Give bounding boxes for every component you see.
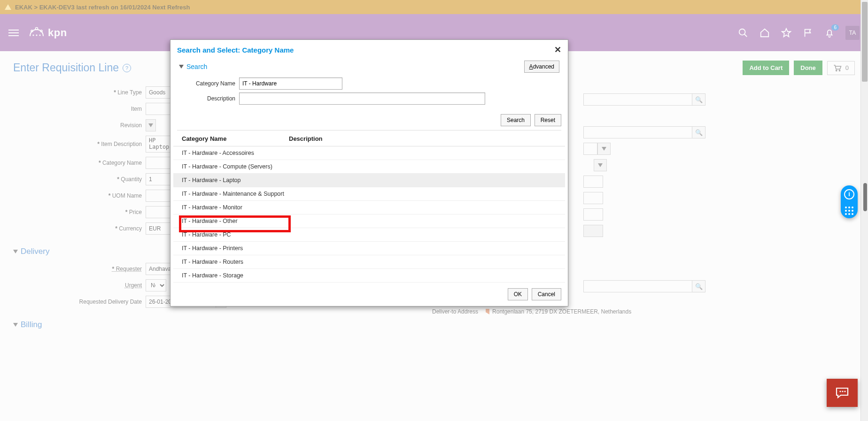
reset-button[interactable]: Reset (535, 114, 561, 126)
svg-point-12 (844, 390, 845, 392)
svg-point-10 (839, 390, 841, 392)
col-description: Description (289, 135, 323, 142)
close-icon[interactable]: ✕ (554, 45, 561, 55)
result-row[interactable]: IT - Hardware - Monitor (173, 201, 565, 214)
result-row[interactable]: IT - Hardware - PC (173, 228, 565, 242)
result-cat: IT - Hardware - Compute (Servers) (182, 163, 289, 170)
info-icon: i (844, 189, 854, 199)
inner-scroll-thumb[interactable] (863, 183, 867, 211)
result-row[interactable]: IT - Hardware - Compute (Servers) (173, 160, 565, 174)
result-row[interactable]: IT - Hardware - Storage (173, 269, 565, 283)
filter-label-description: Description (179, 95, 239, 102)
scrollbar-thumb[interactable] (862, 2, 868, 82)
search-section-label[interactable]: Search (186, 63, 207, 70)
chat-icon (835, 387, 849, 399)
cancel-button[interactable]: Cancel (532, 288, 561, 300)
result-row[interactable]: IT - Hardware - Routers (173, 255, 565, 269)
results-grid: IT - Hardware - AccessoiresIT - Hardware… (173, 146, 565, 283)
result-cat: IT - Hardware - Other (182, 218, 289, 224)
filter-description-input[interactable] (239, 92, 485, 105)
result-row[interactable]: IT - Hardware - Laptop (173, 174, 565, 187)
result-cat: IT - Hardware - PC (182, 231, 289, 238)
result-row[interactable]: IT - Hardware - Maintenance & Support (173, 187, 565, 201)
results-header: Category Name Description (173, 130, 565, 146)
help-fab[interactable]: i (841, 185, 858, 218)
search-select-dialog: Search and Select: Category Name ✕ Searc… (170, 39, 568, 306)
result-cat: IT - Hardware - Maintenance & Support (182, 191, 289, 197)
ok-button[interactable]: OK (508, 288, 528, 300)
dialog-title: Search and Select: Category Name (177, 46, 294, 54)
chat-fab[interactable] (827, 379, 858, 407)
result-cat: IT - Hardware - Laptop (182, 177, 289, 184)
result-row[interactable]: IT - Hardware - Other (173, 214, 565, 228)
result-cat: IT - Hardware - Printers (182, 245, 289, 252)
advanced-button[interactable]: Advanced (524, 61, 559, 73)
filter-label-category: Category Name (179, 80, 239, 87)
result-cat: IT - Hardware - Routers (182, 259, 289, 265)
svg-point-11 (842, 390, 843, 392)
filter-category-input[interactable] (239, 77, 342, 90)
col-category: Category Name (182, 135, 289, 142)
search-button[interactable]: Search (501, 114, 531, 126)
keypad-icon (845, 207, 853, 215)
result-cat: IT - Hardware - Accessoires (182, 150, 289, 156)
result-row[interactable]: IT - Hardware - Accessoires (173, 146, 565, 160)
result-row[interactable]: IT - Hardware - Printers (173, 242, 565, 255)
result-cat: IT - Hardware - Storage (182, 272, 289, 279)
result-cat: IT - Hardware - Monitor (182, 204, 289, 211)
